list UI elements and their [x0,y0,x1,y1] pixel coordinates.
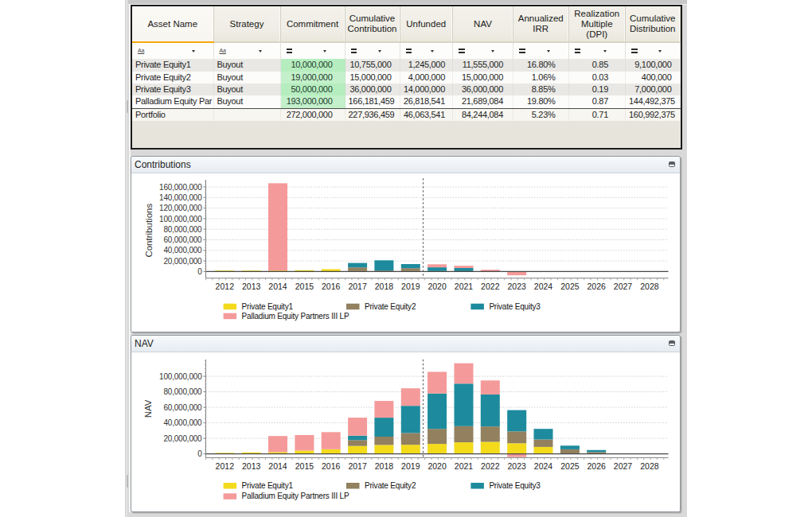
svg-text:2028: 2028 [640,461,659,471]
svg-text:40,000,000: 40,000,000 [163,418,202,427]
svg-text:Private Equity3: Private Equity3 [489,481,541,490]
svg-text:120,000,000: 120,000,000 [159,204,202,212]
svg-text:2017: 2017 [348,282,367,291]
svg-text:0: 0 [197,449,202,458]
svg-text:2016: 2016 [322,461,341,471]
svg-text:2020: 2020 [427,461,447,471]
svg-text:2015: 2015 [295,461,314,471]
svg-text:Palladium Equity Partners III: Palladium Equity Partners III LP [242,492,349,500]
svg-text:NAV: NAV [143,399,153,418]
svg-text:2012: 2012 [216,461,235,471]
svg-text:40,000,000: 40,000,000 [163,246,202,255]
svg-text:2021: 2021 [455,461,474,471]
svg-text:2025: 2025 [560,461,580,471]
svg-text:160,000,000: 160,000,000 [159,182,202,191]
svg-text:2019: 2019 [401,461,420,471]
svg-text:Palladium Equity Partners III: Palladium Equity Partners III LP [242,311,349,320]
svg-text:2021: 2021 [455,282,474,291]
svg-text:2025: 2025 [560,282,580,291]
svg-text:2024: 2024 [534,461,553,471]
svg-text:2027: 2027 [614,282,633,291]
svg-text:100,000,000: 100,000,000 [159,214,202,223]
svg-text:Private Equity1: Private Equity1 [242,481,294,490]
svg-text:2018: 2018 [375,282,394,291]
svg-text:0: 0 [197,267,202,276]
svg-text:2024: 2024 [534,282,553,291]
svg-text:2014: 2014 [268,282,287,291]
svg-text:Contributions: Contributions [144,203,154,257]
svg-text:2020: 2020 [427,282,447,291]
svg-text:2017: 2017 [348,461,367,471]
svg-text:2014: 2014 [268,461,287,471]
svg-text:60,000,000: 60,000,000 [163,235,202,244]
svg-text:2019: 2019 [401,282,420,291]
svg-text:Private Equity1: Private Equity1 [242,301,294,310]
svg-text:2028: 2028 [640,282,659,291]
svg-text:60,000,000: 60,000,000 [163,403,202,412]
svg-text:20,000,000: 20,000,000 [163,434,202,443]
svg-text:2027: 2027 [614,461,633,471]
svg-text:2012: 2012 [216,282,235,291]
svg-text:100,000,000: 100,000,000 [159,372,202,381]
svg-text:2023: 2023 [508,282,527,291]
svg-text:Private Equity3: Private Equity3 [489,301,541,310]
svg-text:80,000,000: 80,000,000 [163,225,202,234]
svg-text:80,000,000: 80,000,000 [163,387,202,396]
svg-text:2016: 2016 [322,282,341,291]
svg-text:140,000,000: 140,000,000 [159,193,202,202]
svg-text:2022: 2022 [481,461,500,471]
svg-text:2022: 2022 [481,282,500,291]
svg-text:2023: 2023 [508,461,527,471]
svg-text:20,000,000: 20,000,000 [163,256,202,265]
svg-text:2015: 2015 [295,282,314,291]
svg-text:2013: 2013 [242,461,261,471]
svg-text:Private Equity2: Private Equity2 [365,481,416,490]
svg-text:Private Equity2: Private Equity2 [365,301,416,310]
svg-text:2018: 2018 [375,461,394,471]
svg-text:2026: 2026 [588,282,607,291]
svg-text:2026: 2026 [588,461,607,471]
svg-text:2013: 2013 [242,282,261,291]
